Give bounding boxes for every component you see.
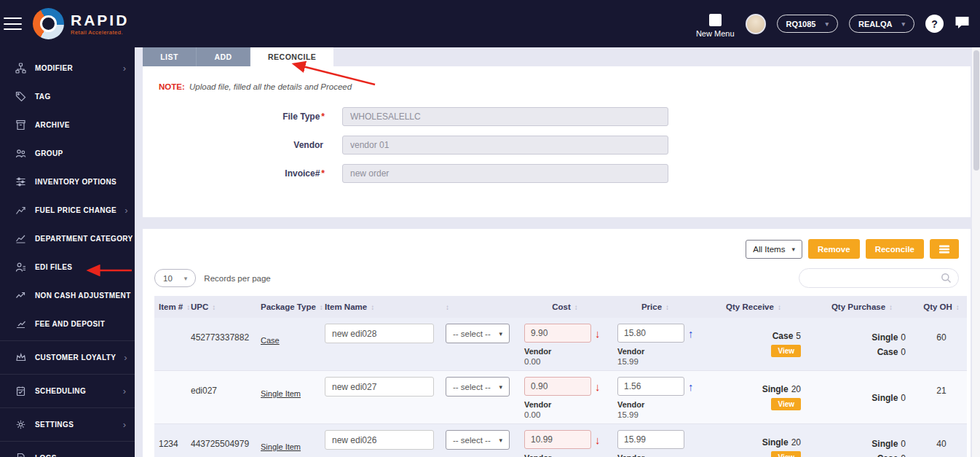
cost-decrease-icon: ↓ xyxy=(595,327,601,340)
header-item-number[interactable]: Item #↕ xyxy=(154,302,191,311)
question-icon: ? xyxy=(931,18,938,30)
cost-input[interactable] xyxy=(524,430,591,449)
header-qty-receive[interactable]: Qty Receive↕ xyxy=(699,302,808,311)
table-row: 1234 443725504979 Single Item -- select … xyxy=(154,424,967,457)
sidebar-item-fuel-price-change[interactable]: FUEL PRICE CHANGE › xyxy=(0,196,135,224)
package-type-link[interactable]: Single Item xyxy=(261,389,301,398)
cell-qty-purchase: Single0 Case0 xyxy=(808,324,916,366)
view-button[interactable]: View xyxy=(771,451,801,457)
cell-price: ↑ Vendor 15.99 xyxy=(612,324,699,366)
header-price[interactable]: Price↕ xyxy=(612,302,699,311)
package-type-link[interactable]: Case xyxy=(261,336,280,345)
user-avatar[interactable] xyxy=(746,14,766,34)
vendor-label: Vendor xyxy=(159,140,342,150)
reconcile-table-panel: All Items ▾ Remove Reconcile 10 ▾ Record… xyxy=(143,229,971,457)
header-upc[interactable]: UPC↕ xyxy=(191,302,261,311)
row-select[interactable]: -- select --▾ xyxy=(446,430,510,450)
sidebar-item-archive[interactable]: ARCHIVE xyxy=(0,111,135,139)
price-input[interactable] xyxy=(617,324,684,343)
sidebar-item-modifier[interactable]: MODIFIER › xyxy=(0,54,135,82)
sidebar-item-customer-loyalty[interactable]: CUSTOMER LOYALTY › xyxy=(0,343,135,372)
item-name-input[interactable] xyxy=(325,430,434,450)
sort-icon: ↕ xyxy=(446,303,449,311)
header-item-name[interactable]: Item Name↕ xyxy=(325,302,446,311)
sidebar-item-scheduling[interactable]: SCHEDULING › xyxy=(0,377,135,405)
sidebar: MODIFIER › TAG ARCHIVE GROUP INVENTORY O… xyxy=(0,47,135,457)
view-button[interactable]: View xyxy=(771,345,801,357)
invoice-field[interactable] xyxy=(342,164,668,183)
package-type-link[interactable]: Single Item xyxy=(261,442,301,451)
header-package-type[interactable]: Package Type↕ xyxy=(261,302,325,311)
cell-cost: ↓ Vendor 0.00 xyxy=(518,324,612,366)
scrollbar-thumb[interactable] xyxy=(973,50,979,171)
reconcile-button[interactable]: Reconcile xyxy=(866,239,924,259)
fee-and-deposit-icon xyxy=(15,319,27,329)
vendor-field[interactable] xyxy=(342,136,668,155)
records-per-page-select[interactable]: 10 ▾ xyxy=(154,269,196,287)
chevron-right-icon: › xyxy=(123,63,126,73)
price-input[interactable] xyxy=(617,430,684,449)
header-qty-oh[interactable]: Qty OH↕ xyxy=(916,302,967,311)
chevron-down-icon: ▾ xyxy=(499,383,502,391)
sidebar-item-settings[interactable]: SETTINGS › xyxy=(0,410,135,439)
sidebar-item-department-category[interactable]: DEPARTMENT CATEGORY xyxy=(0,224,135,253)
sort-icon: ↕ xyxy=(212,303,216,311)
search-box xyxy=(799,268,959,288)
sidebar-item-non-cash-adjustment[interactable]: NON CASH ADJUSTMENT xyxy=(0,281,135,310)
cost-input[interactable] xyxy=(524,324,591,343)
top-bar: RAPID Retail Accelerated. New Menu RQ108… xyxy=(0,0,980,47)
items-filter-select[interactable]: All Items ▾ xyxy=(746,240,802,259)
header-select-column[interactable]: ↕ xyxy=(446,303,518,311)
tab-list[interactable]: LIST xyxy=(143,47,197,66)
sidebar-item-inventory-options[interactable]: INVENTORY OPTIONS xyxy=(0,168,135,196)
store-select[interactable]: RQ1085 ▾ xyxy=(777,15,839,33)
sort-icon: ↕ xyxy=(371,303,374,311)
sidebar-item-edi-files[interactable]: EDI FILES xyxy=(0,253,135,281)
header-cost[interactable]: Cost↕ xyxy=(518,302,612,311)
price-input[interactable] xyxy=(617,377,684,396)
required-asterisk: * xyxy=(321,168,325,179)
cell-upc: 443725504979 xyxy=(191,430,261,457)
help-button[interactable]: ? xyxy=(925,15,944,33)
vertical-scrollbar[interactable] xyxy=(972,47,980,457)
tab-add[interactable]: ADD xyxy=(197,47,250,66)
row-select[interactable]: -- select --▾ xyxy=(446,324,510,343)
grid-view-button[interactable] xyxy=(930,239,959,259)
tab-reconcile[interactable]: RECONCILE xyxy=(250,47,333,66)
table-toolbar: All Items ▾ Remove Reconcile xyxy=(154,239,959,259)
item-name-input[interactable] xyxy=(325,377,434,397)
new-menu-button[interactable]: New Menu xyxy=(696,14,735,38)
sidebar-item-fee-and-deposit[interactable]: FEE AND DEPOSIT xyxy=(0,310,135,338)
cell-qty-receive: Single20 View xyxy=(699,377,808,419)
row-select[interactable]: -- select --▾ xyxy=(446,377,510,397)
sidebar-divider xyxy=(0,340,135,341)
cost-input[interactable] xyxy=(524,377,591,396)
file-type-field[interactable] xyxy=(342,107,668,126)
vendor-cost-value: 0.00 xyxy=(524,410,612,419)
records-per-page-label: Records per page xyxy=(204,274,270,283)
item-name-input[interactable] xyxy=(325,324,434,343)
sort-icon: ↕ xyxy=(186,303,190,311)
cell-price: Vendor xyxy=(612,430,699,457)
new-menu-label: New Menu xyxy=(696,29,735,38)
view-button[interactable]: View xyxy=(771,398,801,410)
environment-select[interactable]: REALQA ▾ xyxy=(849,15,914,33)
chevron-right-icon: › xyxy=(123,386,126,396)
chevron-right-icon: › xyxy=(124,353,127,362)
form-row-invoice: Invoice#* xyxy=(159,164,955,183)
sidebar-item-tag[interactable]: TAG xyxy=(0,82,135,111)
sidebar-divider xyxy=(0,374,135,375)
header-qty-purchase[interactable]: Qty Purchase↕ xyxy=(808,302,916,311)
chevron-right-icon: › xyxy=(123,420,126,429)
remove-button[interactable]: Remove xyxy=(808,239,860,259)
chat-button[interactable] xyxy=(955,16,970,32)
sidebar-item-group[interactable]: GROUP xyxy=(0,139,135,168)
hamburger-menu-icon[interactable] xyxy=(4,17,22,30)
search-input[interactable] xyxy=(799,268,959,288)
environment-select-value: REALQA xyxy=(858,20,892,28)
sidebar-item-logs[interactable]: LOGS xyxy=(0,444,135,457)
vendor-label: Vendor xyxy=(524,347,612,356)
chevron-down-icon: ▾ xyxy=(901,20,905,28)
table-header-row: Item #↕ UPC↕ Package Type↕ Item Name↕ ↕ … xyxy=(154,296,967,318)
department-category-icon xyxy=(15,233,27,244)
